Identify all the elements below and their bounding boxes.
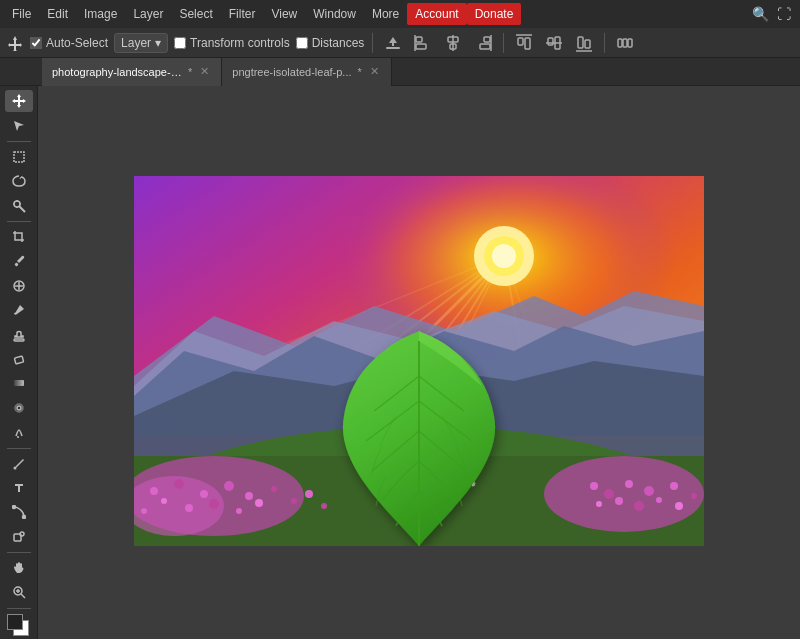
fg-swatch	[7, 614, 23, 630]
stamp-tool[interactable]	[5, 323, 33, 345]
tab-leaf-name: pngtree-isolated-leaf-p...	[232, 66, 351, 78]
menu-layer[interactable]: Layer	[125, 3, 171, 25]
menu-account[interactable]: Account	[407, 3, 466, 25]
svg-point-85	[544, 456, 704, 532]
zoom-tool[interactable]	[5, 581, 33, 603]
svg-rect-35	[14, 380, 24, 386]
options-separator-2	[503, 33, 504, 53]
menu-file[interactable]: File	[4, 3, 39, 25]
shape-tool[interactable]	[5, 526, 33, 548]
align-top-edges-icon[interactable]	[512, 31, 536, 55]
svg-point-83	[305, 490, 313, 498]
svg-point-90	[670, 482, 678, 490]
tool-separator-4	[7, 552, 31, 553]
options-separator-3	[604, 33, 605, 53]
eraser-tool[interactable]	[5, 348, 33, 370]
svg-point-42	[20, 532, 24, 536]
crop-tool[interactable]	[5, 226, 33, 248]
arrow-tool[interactable]	[5, 114, 33, 136]
auto-select-label: Auto-Select	[46, 36, 108, 50]
svg-point-72	[200, 490, 208, 498]
healing-tool[interactable]	[5, 275, 33, 297]
menu-bar: File Edit Image Layer Select Filter View…	[0, 0, 800, 28]
auto-select-checkbox[interactable]	[30, 37, 42, 49]
svg-point-38	[13, 466, 16, 469]
align-center-h-icon[interactable]	[441, 31, 465, 55]
layer-dropdown-arrow: ▾	[155, 36, 161, 50]
pen-tool[interactable]	[5, 452, 33, 474]
move-tool[interactable]	[5, 90, 33, 112]
distribute-icon[interactable]	[613, 31, 637, 55]
svg-rect-18	[578, 37, 583, 48]
lasso-tool[interactable]	[5, 170, 33, 192]
layer-dropdown-label: Layer	[121, 36, 151, 50]
svg-rect-21	[618, 39, 622, 47]
menu-donate[interactable]: Donate	[467, 3, 522, 25]
svg-rect-24	[14, 152, 24, 162]
menu-window[interactable]: Window	[305, 3, 364, 25]
svg-point-84	[321, 503, 327, 509]
distances-label: Distances	[312, 36, 365, 50]
svg-marker-0	[8, 36, 22, 51]
svg-rect-23	[628, 39, 632, 47]
color-swatches[interactable]	[5, 612, 33, 634]
menu-filter[interactable]: Filter	[221, 3, 264, 25]
search-icon[interactable]: 🔍	[748, 2, 772, 26]
dodge-tool[interactable]	[5, 421, 33, 443]
distances-group: Distances	[296, 36, 365, 50]
svg-point-61	[492, 244, 516, 268]
tab-landscape-close[interactable]: ✕	[198, 65, 211, 78]
menu-edit[interactable]: Edit	[39, 3, 76, 25]
canvas-area	[38, 86, 800, 639]
svg-point-71	[174, 479, 184, 489]
layer-dropdown[interactable]: Layer ▾	[114, 33, 168, 53]
svg-point-77	[185, 504, 193, 512]
align-center-v-icon[interactable]	[542, 31, 566, 55]
svg-point-78	[209, 499, 219, 509]
svg-rect-19	[585, 40, 590, 48]
eyedropper-tool[interactable]	[5, 250, 33, 272]
distances-checkbox[interactable]	[296, 37, 308, 49]
brush-tool[interactable]	[5, 299, 33, 321]
marquee-tool[interactable]	[5, 146, 33, 168]
tab-landscape-modified: *	[188, 66, 192, 78]
svg-point-87	[604, 489, 614, 499]
align-left-edges-icon[interactable]	[411, 31, 435, 55]
tabs-bar: photography-landscape-a... * ✕ pngtree-i…	[0, 58, 800, 86]
tab-leaf[interactable]: pngtree-isolated-leaf-p... * ✕	[222, 58, 392, 86]
menu-image[interactable]: Image	[76, 3, 125, 25]
align-right-edges-icon[interactable]	[471, 31, 495, 55]
gradient-tool[interactable]	[5, 372, 33, 394]
svg-point-40	[22, 516, 25, 519]
tab-landscape[interactable]: photography-landscape-a... * ✕	[42, 58, 222, 86]
transform-controls-checkbox[interactable]	[174, 37, 186, 49]
menu-view[interactable]: View	[263, 3, 305, 25]
transform-controls-group: Transform controls	[174, 36, 290, 50]
hand-tool[interactable]	[5, 557, 33, 579]
svg-point-89	[644, 486, 654, 496]
svg-rect-34	[14, 356, 23, 364]
tool-separator-5	[7, 608, 31, 609]
svg-rect-9	[484, 37, 490, 42]
tool-separator-3	[7, 448, 31, 449]
magic-wand-tool[interactable]	[5, 194, 33, 216]
svg-point-74	[245, 492, 253, 500]
svg-point-95	[656, 497, 662, 503]
transform-controls-label: Transform controls	[190, 36, 290, 50]
svg-line-44	[21, 594, 25, 598]
align-bottom-edges-icon[interactable]	[572, 31, 596, 55]
svg-rect-4	[416, 44, 426, 49]
menu-select[interactable]: Select	[171, 3, 220, 25]
tab-landscape-name: photography-landscape-a...	[52, 66, 182, 78]
blur-tool[interactable]	[5, 397, 33, 419]
menu-more[interactable]: More	[364, 3, 407, 25]
fullscreen-icon[interactable]: ⛶	[772, 2, 796, 26]
options-separator-1	[372, 33, 373, 53]
align-download-icon[interactable]	[381, 31, 405, 55]
type-tool[interactable]	[5, 477, 33, 499]
toolbox	[0, 86, 38, 639]
svg-point-96	[675, 502, 683, 510]
path-select-tool[interactable]	[5, 501, 33, 523]
tab-leaf-close[interactable]: ✕	[368, 65, 381, 78]
svg-point-93	[615, 497, 623, 505]
